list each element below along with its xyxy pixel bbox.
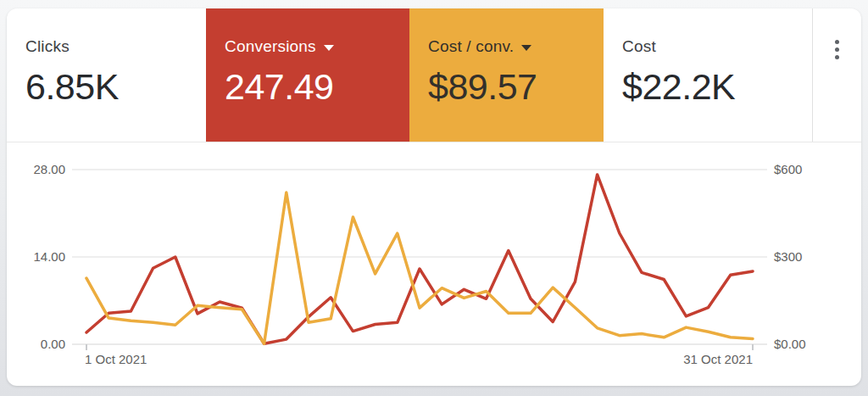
scorecard-cost[interactable]: Cost $22.2K [604, 8, 812, 142]
x-axis-start-label: 1 Oct 2021 [85, 353, 147, 366]
widget-menu-area [812, 8, 861, 142]
scorecard-label: Cost / conv. [428, 37, 514, 56]
right-axis-tick-300: $300 [774, 250, 802, 264]
left-axis-tick-14: 14.00 [13, 250, 65, 264]
dropdown-arrow-icon[interactable] [324, 45, 334, 51]
scorecard-label: Conversions [225, 37, 316, 56]
left-axis-tick-28: 28.00 [13, 163, 65, 176]
right-axis-tick-600: $600 [774, 163, 802, 176]
performance-widget-card: Clicks 6.85K Conversions 247.49 Cost / c… [7, 8, 861, 386]
scorecard-label: Clicks [25, 37, 70, 56]
right-axis-tick-0: $0.00 [774, 337, 806, 351]
left-axis-tick-0: 0.00 [13, 337, 65, 351]
cost-per-conv-line [86, 192, 753, 343]
scorecard-clicks[interactable]: Clicks 6.85K [7, 8, 206, 142]
dropdown-arrow-icon[interactable] [521, 45, 531, 51]
x-axis-end-label: 31 Oct 2021 [643, 353, 753, 366]
scorecard-label: Cost [622, 37, 656, 56]
scorecard-conversions[interactable]: Conversions 247.49 [206, 8, 409, 142]
conversions-line [86, 175, 753, 343]
scorecard-value: 6.85K [25, 66, 206, 108]
scorecard-value: $22.2K [622, 66, 812, 108]
scorecard-value: $89.57 [428, 66, 604, 108]
scorecard-cost-per-conv[interactable]: Cost / conv. $89.57 [409, 8, 604, 142]
scorecard-value: 247.49 [225, 66, 409, 108]
kebab-menu-icon[interactable] [832, 36, 843, 63]
scorecard-header: Clicks 6.85K Conversions 247.49 Cost / c… [7, 8, 861, 142]
